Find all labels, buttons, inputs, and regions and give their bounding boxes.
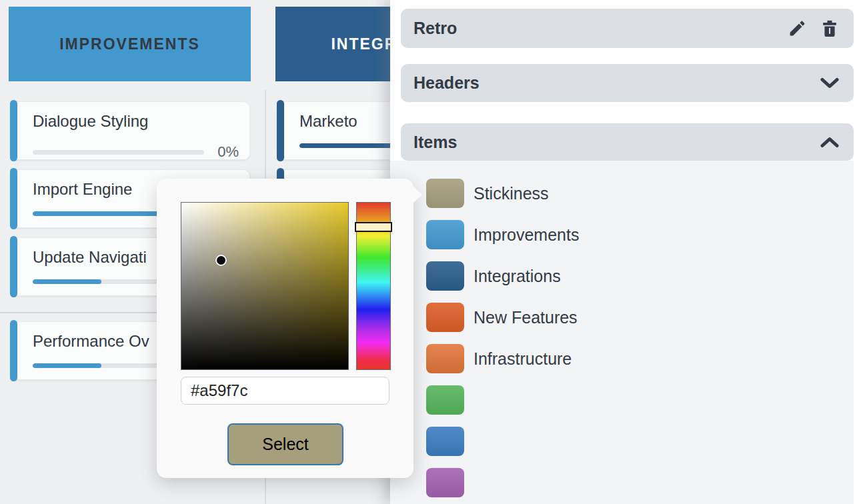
color-item-row: Improvements <box>426 220 579 249</box>
card-title: Dialogue Styling <box>33 111 239 131</box>
color-items-list: StickinessImprovementsIntegrationsNew Fe… <box>426 179 579 504</box>
chevron-down-icon[interactable] <box>820 77 839 89</box>
color-swatch[interactable] <box>426 468 464 497</box>
saturation-marker[interactable] <box>215 255 227 266</box>
card-accent-bar <box>10 320 17 381</box>
color-item-label: Stickiness <box>474 184 549 203</box>
color-swatch[interactable] <box>426 427 464 456</box>
color-item-row <box>426 427 579 456</box>
color-item-label: New Features <box>474 308 578 327</box>
hue-slider[interactable] <box>356 202 391 370</box>
settings-panel: Retro Headers Items <box>390 0 855 504</box>
section-label: Items <box>413 133 457 152</box>
section-label: Headers <box>413 73 480 93</box>
hue-slider-handle[interactable] <box>355 222 392 232</box>
chevron-up-icon[interactable] <box>820 137 839 148</box>
progress-fill <box>33 363 101 368</box>
pencil-icon <box>788 19 807 38</box>
trash-icon <box>820 19 839 38</box>
progress-fill <box>299 143 402 148</box>
color-swatch[interactable] <box>426 344 464 373</box>
progress-track <box>33 150 204 155</box>
color-item-label: Infrastructure <box>474 349 572 369</box>
progress-fill <box>33 279 101 284</box>
color-picker-popup: Select <box>157 179 413 478</box>
color-item-row <box>426 385 579 415</box>
card-accent-bar <box>277 100 284 161</box>
color-swatch[interactable] <box>426 220 464 249</box>
headers-section-toggle[interactable]: Headers <box>401 64 854 102</box>
items-section-toggle[interactable]: Items <box>401 123 854 161</box>
roadmap-card[interactable]: Dialogue Styling0% <box>10 101 250 160</box>
hex-color-input[interactable] <box>181 377 389 405</box>
color-item-row: New Features <box>426 303 579 332</box>
progress-percent-label: 0% <box>204 143 239 161</box>
saturation-square[interactable] <box>181 202 349 370</box>
column-header[interactable]: IMPROVEMENTS <box>9 7 251 81</box>
delete-button[interactable] <box>820 19 839 38</box>
edit-button[interactable] <box>788 19 807 38</box>
retro-title-bar: Retro <box>401 9 854 48</box>
panel-title: Retro <box>413 19 457 38</box>
color-item-row: Stickiness <box>426 179 579 208</box>
color-item-label: Integrations <box>474 267 561 286</box>
color-swatch[interactable] <box>426 261 464 291</box>
card-accent-bar <box>10 236 17 297</box>
color-item-label: Improvements <box>474 225 579 245</box>
card-progress-row: 0% <box>33 143 239 161</box>
color-item-row <box>426 468 579 497</box>
select-color-button[interactable]: Select <box>227 423 343 465</box>
color-item-row: Infrastructure <box>426 344 579 373</box>
card-accent-bar <box>10 100 17 161</box>
color-swatch[interactable] <box>426 179 464 208</box>
progress-fill <box>33 211 170 216</box>
popup-arrow <box>413 186 422 203</box>
color-swatch[interactable] <box>426 303 464 332</box>
color-item-row: Integrations <box>426 261 579 291</box>
card-accent-bar <box>10 168 17 229</box>
color-swatch[interactable] <box>426 385 464 415</box>
